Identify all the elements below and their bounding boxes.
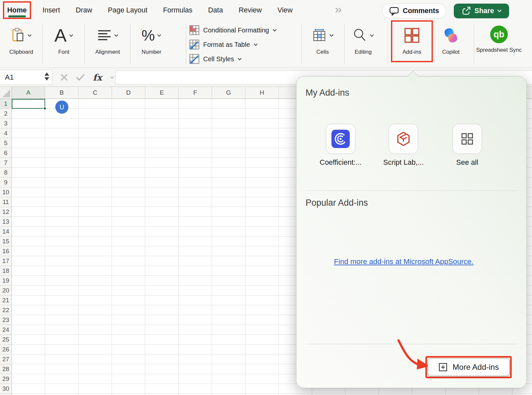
ribbon-tab[interactable]: Review [239, 0, 262, 20]
row-header[interactable]: 12 [0, 207, 11, 217]
my-addins-title: My Add-ins [306, 88, 349, 98]
column-header[interactable]: D [112, 87, 145, 99]
ribbon-tab[interactable]: Formulas [163, 0, 192, 20]
row-header[interactable]: 19 [0, 276, 11, 286]
fill-handle[interactable] [43, 107, 46, 110]
chevron-down-icon [497, 9, 502, 12]
ribbon-tab[interactable]: View [277, 0, 293, 20]
column-header[interactable]: F [179, 87, 212, 99]
editing-group[interactable]: Editing [345, 20, 381, 68]
cell-styles-icon [189, 54, 200, 64]
row-header[interactable]: 7 [0, 158, 11, 168]
ribbon-tab[interactable]: Draw [76, 0, 92, 20]
share-button[interactable]: Share [454, 4, 509, 18]
column-header[interactable]: G [212, 87, 245, 99]
row-header[interactable]: 21 [0, 295, 11, 305]
alignment-icon [97, 29, 112, 41]
addin-tile-see-all[interactable]: See all [443, 124, 492, 167]
enter-check-icon[interactable] [76, 73, 85, 81]
row-header[interactable]: 2 [0, 109, 11, 119]
cell-styles-label: Cell Styles [203, 55, 234, 63]
row-header[interactable]: 9 [0, 178, 11, 187]
cell-styles-button[interactable]: Cell Styles [189, 52, 242, 66]
clipboard-group[interactable]: Clipboard [3, 20, 40, 68]
row-header[interactable]: 28 [0, 364, 11, 374]
format-as-table-button[interactable]: Format as Table [189, 38, 258, 51]
clipboard-group-label: Clipboard [9, 48, 33, 56]
name-box[interactable]: A1 [0, 70, 52, 85]
row-header[interactable]: 6 [0, 148, 11, 158]
column-header[interactable]: E [145, 87, 179, 99]
row-header[interactable]: 24 [0, 325, 11, 335]
ribbon-tab[interactable]: Home [7, 0, 27, 20]
row-header[interactable]: 14 [0, 227, 11, 236]
chevron-down-icon [370, 34, 374, 37]
spreadsheet-sync-group[interactable]: qb Spreadsheet Sync [471, 20, 527, 68]
row-header[interactable]: 27 [0, 354, 11, 364]
more-tabs-icon[interactable] [334, 0, 343, 20]
presence-avatar[interactable]: U [55, 101, 68, 114]
name-box-spinner[interactable] [44, 72, 49, 81]
chevron-down-icon [27, 34, 32, 37]
chevron-down-icon [329, 34, 334, 37]
column-header[interactable]: H [245, 87, 279, 99]
row-header[interactable]: 18 [0, 266, 11, 276]
ribbon: Clipboard A Font Alignment % Number C [0, 20, 532, 68]
row-header[interactable]: 30 [0, 384, 11, 394]
copilot-group[interactable]: Copilot [431, 20, 471, 68]
insert-function-icon[interactable]: fx [93, 72, 102, 83]
number-group[interactable]: % Number [132, 20, 171, 68]
addins-group-label: Add-ins [402, 48, 421, 56]
font-group[interactable]: A Font [46, 20, 82, 68]
conditional-formatting-button[interactable]: Conditional Formatting [189, 24, 277, 37]
row-header[interactable]: 1 [0, 99, 11, 109]
share-icon [461, 6, 471, 16]
row-header[interactable]: 11 [0, 197, 11, 207]
format-as-table-icon [189, 39, 200, 50]
column-header[interactable]: C [79, 87, 112, 99]
addin-tile-scriptlab[interactable]: Script Lab,... [379, 124, 428, 167]
more-addins-annotation-box: More Add-ins [425, 356, 512, 378]
row-header[interactable]: 22 [0, 305, 11, 315]
scriptlab-tile-button[interactable] [389, 124, 418, 154]
addins-group[interactable]: Add-ins [392, 20, 432, 68]
row-header[interactable]: 16 [0, 246, 11, 256]
row-header[interactable]: 26 [0, 345, 11, 354]
row-header[interactable]: 20 [0, 286, 11, 295]
comments-icon [389, 6, 399, 16]
cells-group[interactable]: Cells [305, 20, 341, 68]
ribbon-tab[interactable]: Insert [43, 0, 60, 20]
row-header[interactable]: 13 [0, 217, 11, 227]
row-header[interactable]: 25 [0, 335, 11, 345]
column-header[interactable]: A [12, 87, 45, 99]
selected-cell-a1[interactable] [12, 99, 45, 109]
see-all-tile-button[interactable] [452, 124, 482, 154]
row-header[interactable]: 5 [0, 138, 11, 148]
chevron-down-icon[interactable] [110, 76, 114, 79]
row-header[interactable]: 29 [0, 374, 11, 384]
quickbooks-icon: qb [490, 26, 508, 43]
alignment-group[interactable]: Alignment [88, 20, 128, 68]
scriptlab-label: Script Lab,... [383, 158, 424, 167]
alignment-group-label: Alignment [95, 48, 120, 56]
row-header[interactable]: 15 [0, 236, 11, 246]
column-header[interactable]: B [45, 87, 79, 99]
comments-button[interactable]: Comments [382, 4, 446, 18]
share-label: Share [474, 7, 494, 15]
ribbon-tab[interactable]: Data [208, 0, 223, 20]
cancel-icon[interactable] [60, 73, 68, 81]
more-addins-button[interactable]: More Add-ins [428, 358, 509, 376]
row-header[interactable]: 3 [0, 119, 11, 128]
ribbon-tab[interactable]: Page Layout [108, 0, 148, 20]
menu-bar: HomeInsertDrawPage LayoutFormulasDataRev… [0, 0, 532, 20]
row-header[interactable]: 10 [0, 187, 11, 197]
addin-tile-coefficient[interactable]: Coefficient:... [316, 124, 365, 167]
select-all-corner[interactable] [0, 87, 12, 99]
coefficient-tile-button[interactable] [326, 124, 355, 154]
appsource-link[interactable]: Find more add-ins at Microsoft AppSource… [296, 257, 511, 266]
row-header[interactable]: 23 [0, 315, 11, 325]
row-header[interactable]: 8 [0, 168, 11, 178]
row-header[interactable]: 4 [0, 128, 11, 138]
chevron-down-icon [254, 43, 258, 46]
row-header[interactable]: 17 [0, 256, 11, 266]
